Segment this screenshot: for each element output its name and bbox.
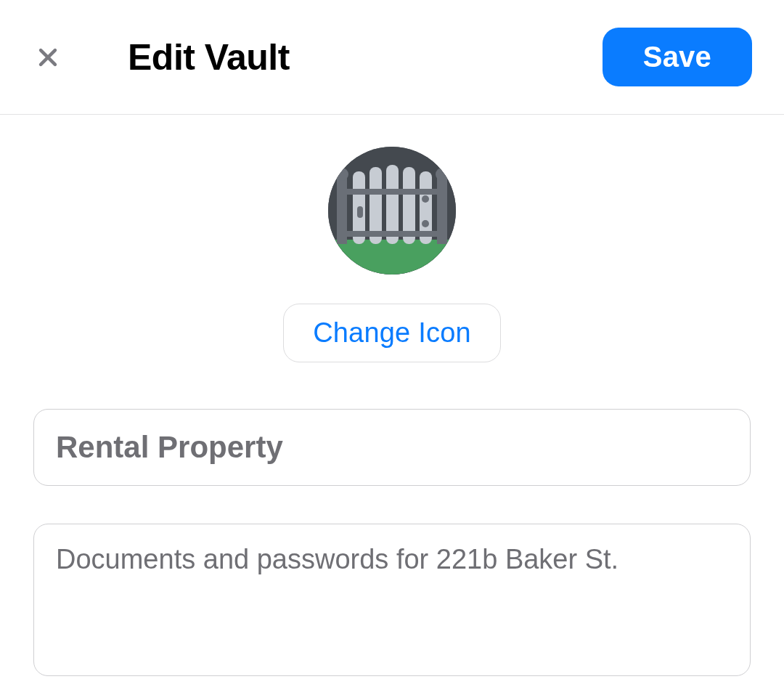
change-icon-button[interactable]: Change Icon <box>283 304 501 362</box>
vault-description-input[interactable] <box>33 524 751 676</box>
save-button[interactable]: Save <box>603 28 752 86</box>
form-fields <box>33 409 751 679</box>
gate-icon <box>328 147 456 275</box>
vault-icon-preview[interactable] <box>328 147 456 275</box>
close-icon <box>36 45 60 70</box>
sheet-header: Edit Vault Save <box>0 0 784 115</box>
vault-name-input[interactable] <box>33 409 751 486</box>
sheet-content: Change Icon <box>0 115 784 695</box>
svg-point-15 <box>422 220 429 227</box>
svg-rect-11 <box>347 189 437 195</box>
edit-vault-sheet: Edit Vault Save <box>0 0 784 695</box>
svg-rect-1 <box>328 240 456 275</box>
svg-rect-2 <box>337 176 347 244</box>
svg-point-3 <box>335 168 348 181</box>
svg-point-5 <box>436 168 449 181</box>
close-button[interactable] <box>32 41 64 73</box>
svg-point-14 <box>422 195 429 203</box>
svg-rect-4 <box>437 176 447 244</box>
page-title: Edit Vault <box>128 36 290 78</box>
svg-rect-12 <box>347 231 437 237</box>
svg-rect-13 <box>357 206 363 218</box>
